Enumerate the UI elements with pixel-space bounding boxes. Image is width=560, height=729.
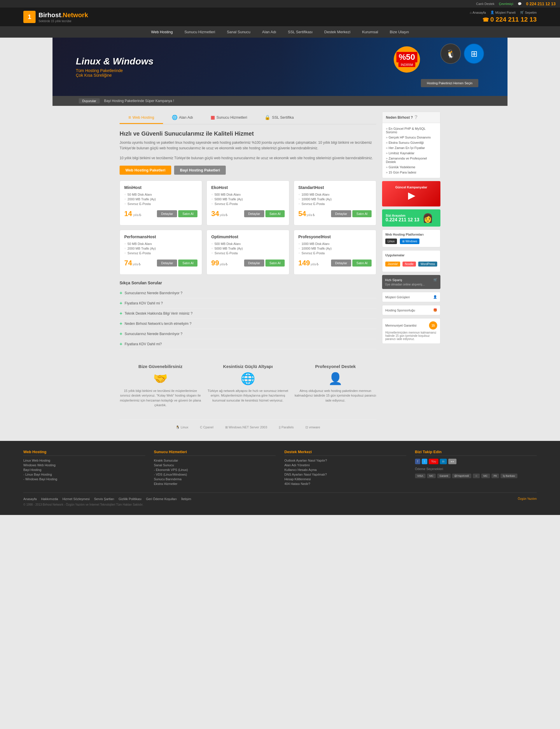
neden-item-7: 15 Gün Para İadesi xyxy=(386,170,437,175)
btn-buy-1[interactable]: Satın Al xyxy=(265,210,285,217)
trust-icon-0: 🤝 xyxy=(120,372,201,385)
footer-alan-yonetim[interactable]: Alan Adı Yönetimi xyxy=(284,463,406,467)
nav-bize[interactable]: Bize Ulaşın xyxy=(384,26,415,38)
copyright: © 1998 - 2013 Birhost Network - Özgün Ya… xyxy=(23,503,537,506)
footer-kiralik[interactable]: Kiralık Sunucular xyxy=(154,459,276,462)
price-currency-1: ₺ xyxy=(225,213,228,217)
footer-dns[interactable]: DNS Ayarları Nasıl Yapılmalı? xyxy=(284,473,406,476)
garanti-desc: Hizmetlerimizden memnun kalmamanız halin… xyxy=(385,331,437,341)
btn-buy-4[interactable]: Satın Al xyxy=(265,260,285,267)
plan-disk-1: 500 MB Disk Alanı xyxy=(211,193,284,196)
plan-name-5: ProfesyonelHost xyxy=(298,235,372,239)
nav-alan[interactable]: Alan Adı xyxy=(256,26,282,38)
arayalim-number[interactable]: 0.224 211 12 13 xyxy=(386,217,419,223)
header-phone[interactable]: 0 224 211 12 13 xyxy=(482,16,537,23)
nav-ssl[interactable]: SSL Sertifikası xyxy=(282,26,319,38)
moodle-badge: ñoodle xyxy=(403,262,416,267)
footer-bottom-iletisim[interactable]: İletişim xyxy=(181,497,191,501)
nav-sunucu[interactable]: Sunucu Hizmetleri xyxy=(179,26,221,38)
btn-detail-4[interactable]: Detaylar xyxy=(244,260,264,267)
footer-linux-bayi[interactable]: - Linux Bayi Hosting xyxy=(23,473,145,476)
faq-item-4[interactable]: Sunucularınız Nerede Barındırılıyor ? xyxy=(120,329,376,339)
plans-grid: MiniHost 50 MB Disk Alanı 2000 MB Trafik… xyxy=(120,181,376,275)
footer-linux-hosting[interactable]: Linux Web Hosting xyxy=(23,459,145,462)
footer-bottom-hakkimizda[interactable]: Hakkımızda xyxy=(41,497,58,501)
footer-ekonomik-vps[interactable]: - Ekonomik VPS (Linux) xyxy=(154,468,276,471)
plan-disk-3: 50 MB Disk Alanı xyxy=(124,242,197,246)
brand-first: Birhost xyxy=(39,11,61,19)
nav-kurumsal[interactable]: Kurumsal xyxy=(356,26,384,38)
facebook-btn[interactable]: f xyxy=(415,459,421,464)
btn-detail-5[interactable]: Detaylar xyxy=(331,260,351,267)
nav-sanal[interactable]: Sanal Sunucu xyxy=(221,26,256,38)
home-link[interactable]: Anasayfa xyxy=(470,11,486,14)
footer-bottom-servis[interactable]: Servis Şartları xyxy=(94,497,114,501)
cart-link[interactable]: Sepetim xyxy=(520,11,537,14)
btn-detail-1[interactable]: Detaylar xyxy=(244,210,264,217)
footer-404[interactable]: 404 Hatası Nedir? xyxy=(284,482,406,485)
musteri-header: Müşteri Görüşleri 👤 xyxy=(385,295,437,299)
btn-detail-3[interactable]: Detaylar xyxy=(157,260,177,267)
faq-item-5[interactable]: Fiyatlara KDV Dahil mi? xyxy=(120,339,376,349)
footer-col1-title: Web Hosting xyxy=(23,450,145,456)
faq-item-1[interactable]: Fiyatlara KDV Dahil mi ? xyxy=(120,298,376,309)
footer-bottom-geri[interactable]: Geri Ödeme Koşulları xyxy=(146,497,177,501)
footer-bayi-hosting[interactable]: Bayi Hosting xyxy=(23,468,145,471)
price-amount-1: 34 xyxy=(211,210,219,218)
footer-outlook[interactable]: Outlook Ayarları Nasıl Yapılır? xyxy=(284,459,406,462)
hero-cta-text[interactable]: Hosting Paketinizi Hemen Seçin xyxy=(421,79,478,87)
footer-grid: Web Hosting Linux Web Hosting Windows We… xyxy=(23,450,537,487)
footer-ekstra[interactable]: Ekstra Hizmetler xyxy=(154,482,276,485)
faq-item-3[interactable]: Neden Birhost Network'u tercih etmeliyim… xyxy=(120,319,376,329)
plan-trafik-3: 2000 MB Trafik (Ay) xyxy=(124,247,197,250)
footer-sanal[interactable]: Sanal Sunucu xyxy=(154,463,276,467)
faq-item-0[interactable]: Sunucularınız Nerede Barındırılıyor ? xyxy=(120,288,376,298)
footer-bottom-hizmet[interactable]: Hizmet Sözleşmesi xyxy=(62,497,90,501)
garanti-box: Memnuniyet Garantisi 15 Hizmetlerimizden… xyxy=(382,318,440,344)
nav-destek[interactable]: Destek Merkezi xyxy=(319,26,356,38)
btn-detail-0[interactable]: Detaylar xyxy=(157,210,177,217)
footer-bottom-gizlilik[interactable]: Gizlilik Politikası xyxy=(119,497,142,501)
logo-icon: 1 xyxy=(23,11,36,23)
hero-subtitle-text: Tüm Hosting Paketlerinde xyxy=(76,68,123,73)
bayi-hosting-tab-btn[interactable]: Bayi Hosting Paketleri xyxy=(174,166,226,175)
faq-item-2[interactable]: Teknik Destek Hakkında Bilgi Verir misin… xyxy=(120,309,376,319)
payment-title: Ödeme Seçenekleri xyxy=(415,467,537,471)
windows-label: Windows xyxy=(405,240,417,243)
footer-vds[interactable]: - VDS (Linux/Windows) xyxy=(154,473,276,476)
btn-buy-0[interactable]: Satın Al xyxy=(178,210,197,217)
tab-ssl[interactable]: 🔒 SSL Sertifika xyxy=(256,112,302,124)
footer-hesap-acma[interactable]: Kullanıcı Hesabı Açma xyxy=(284,468,406,471)
musteri-gorsleri-box: Müşteri Görüşleri 👤 xyxy=(382,292,440,302)
youtube-btn[interactable]: You xyxy=(429,459,438,464)
btn-detail-2[interactable]: Detaylar xyxy=(331,210,351,217)
kampanya-box[interactable]: Güncel Kampanyalar ▶ xyxy=(382,181,440,207)
footer-hesap-kilit[interactable]: Hesap Kilitlenmesi xyxy=(284,477,406,481)
price-per-3: yıl/a xyxy=(133,263,138,266)
btn-buy-3[interactable]: Satın Al xyxy=(178,260,197,267)
footer-bottom-anasayfa[interactable]: Anasayfa xyxy=(23,497,37,501)
twitter-btn[interactable]: t xyxy=(422,459,427,464)
nav-web-hosting[interactable]: Web Hosting xyxy=(145,26,179,38)
panel-link[interactable]: Müşteri Paneli xyxy=(490,11,516,14)
tab-sunucu[interactable]: ▦ Sunucu Hizmetleri xyxy=(202,112,256,124)
web-hosting-tab-btn[interactable]: Web Hosting Paketleri xyxy=(120,166,171,175)
tab-alan-adi[interactable]: 🌐 Alan Adı xyxy=(163,112,202,124)
hero-content: Linux & Windows Tüm Hosting Paketlerinde… xyxy=(76,56,153,78)
garanti-title: Memnuniyet Garantisi xyxy=(385,324,417,327)
footer-windows-bayi[interactable]: - Windows Bayi Hosting xyxy=(23,477,145,481)
logo[interactable]: 1 Birhost.Network Sektörde 15 yıllık tec… xyxy=(23,11,88,23)
brand-second: .Network xyxy=(61,11,88,19)
footer-windows-hosting[interactable]: Windows Web Hosting xyxy=(23,463,145,467)
plan-standarthost: StandartHost 1000 MB Disk Alanı 10000 MB… xyxy=(294,181,376,226)
garanti-logo: Garanti xyxy=(437,473,451,478)
uygulamalar-title: Uygulamalar xyxy=(385,254,437,257)
plan-price-1: 34 yıl/a ₺ xyxy=(211,210,228,218)
btn-buy-5[interactable]: Satın Al xyxy=(352,260,372,267)
footer-sunucu-barindir[interactable]: Sunucu Barındırma xyxy=(154,477,276,481)
tab-web-hosting[interactable]: ≡ Web Hosting xyxy=(120,112,163,124)
btn-buy-2[interactable]: Satın Al xyxy=(352,210,372,217)
other-social-btn[interactable]: ●● xyxy=(448,459,456,464)
neden-item-1: Gerçek HP Sunucu Donanımı xyxy=(386,135,437,140)
linkedin-btn[interactable]: in xyxy=(440,459,447,464)
